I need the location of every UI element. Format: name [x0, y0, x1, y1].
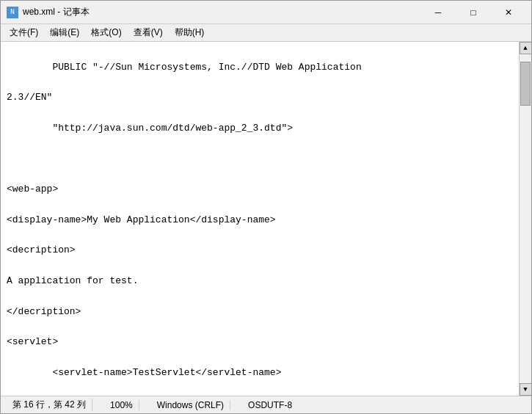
line-2: 2.3//EN"	[7, 90, 513, 106]
title-bar: N web.xml - 记事本 ─ □ ✕	[1, 1, 531, 24]
minimize-button[interactable]: ─	[421, 1, 455, 24]
scroll-down-arrow[interactable]: ▼	[520, 383, 532, 396]
scroll-thumb[interactable]	[520, 62, 531, 106]
cursor-position: 第 16 行，第 42 列	[7, 399, 92, 411]
window-title: web.xml - 记事本	[23, 6, 90, 18]
menu-edit[interactable]: 编辑(E)	[44, 25, 85, 40]
zoom-level: 100%	[104, 400, 139, 410]
line-9: </decription>	[7, 305, 513, 320]
notepad-window: N web.xml - 记事本 ─ □ ✕ 文件(F) 编辑(E) 格式(O) …	[0, 0, 532, 414]
app-icon-letter: N	[10, 8, 15, 16]
line-11: <servlet-name>TestServlet</servlet-name>	[7, 366, 513, 381]
window-controls: ─ □ ✕	[421, 1, 525, 24]
scroll-up-arrow[interactable]: ▲	[520, 42, 532, 54]
menu-bar: 文件(F) 编辑(E) 格式(O) 查看(V) 帮助(H)	[1, 24, 531, 42]
editor-area: PUBLIC "-//Sun Microsystems, Inc.//DTD W…	[1, 42, 531, 396]
line-ending: Windows (CRLF)	[151, 400, 230, 410]
menu-view[interactable]: 查看(V)	[128, 25, 169, 40]
line-6: <display-name>My Web Application</displa…	[7, 213, 513, 228]
line-1: PUBLIC "-//Sun Microsystems, Inc.//DTD W…	[7, 60, 513, 76]
line-7: <decription>	[7, 243, 513, 258]
title-bar-left: N web.xml - 记事本	[7, 6, 90, 18]
menu-help[interactable]: 帮助(H)	[169, 25, 211, 40]
line-5: <web-app>	[7, 182, 513, 197]
line-4	[7, 152, 513, 167]
app-icon: N	[7, 7, 18, 18]
line-3: "http://java.sun.com/dtd/web-app_2_3.dtd…	[7, 121, 513, 137]
line-10: <servlet>	[7, 335, 513, 350]
maximize-button[interactable]: □	[456, 1, 490, 24]
menu-file[interactable]: 文件(F)	[4, 25, 44, 40]
close-button[interactable]: ✕	[492, 1, 525, 24]
scroll-track[interactable]	[520, 54, 531, 383]
menu-format[interactable]: 格式(O)	[85, 25, 127, 40]
vertical-scrollbar[interactable]: ▲ ▼	[519, 42, 531, 396]
charset: OSDUTF-8	[242, 400, 298, 410]
line-8: A application for test.	[7, 274, 513, 289]
editor-content[interactable]: PUBLIC "-//Sun Microsystems, Inc.//DTD W…	[1, 42, 519, 396]
status-bar: 第 16 行，第 42 列 100% Windows (CRLF) OSDUTF…	[1, 396, 531, 413]
